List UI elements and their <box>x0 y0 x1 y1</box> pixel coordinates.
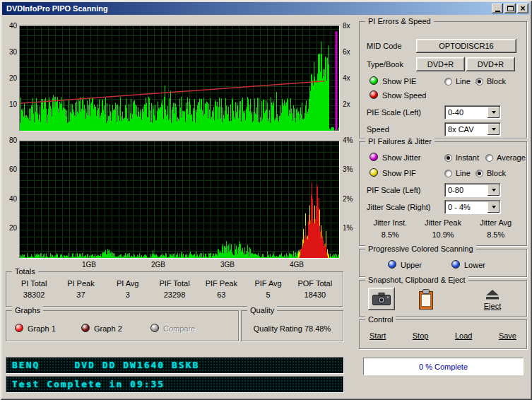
pie-line-radio[interactable] <box>444 78 452 86</box>
disc-type-button[interactable]: DVD+R <box>416 57 465 71</box>
pi-failures-jitter-title: PI Failures & Jitter <box>365 137 435 146</box>
save-button[interactable]: Save <box>499 331 516 340</box>
pie-scale-dropdown[interactable]: 0-40 <box>444 105 501 119</box>
totals-value: 18430 <box>292 290 338 299</box>
jitter-stat: Jitter Avg8.5% <box>469 218 522 239</box>
lower-led[interactable] <box>451 260 460 269</box>
jitter-average-label[interactable]: Average <box>497 153 526 163</box>
pif-line-radio[interactable] <box>444 170 452 177</box>
upper-label[interactable]: Upper <box>401 261 422 270</box>
totals-column-header: POF Total <box>292 279 338 288</box>
axis-tick: 4GB <box>283 261 311 269</box>
compare-label: Compare <box>163 324 195 334</box>
show-pie-led[interactable] <box>370 76 378 85</box>
minimize-button[interactable] <box>492 4 503 13</box>
totals-column: POF Total18430 <box>292 279 338 303</box>
type-book-label: Type/Book <box>367 60 403 69</box>
totals-group: Totals PI Total38302PI Peak37PI Avg3PIF … <box>6 271 343 307</box>
jitter-instant-radio[interactable] <box>444 154 452 162</box>
stop-button[interactable]: Stop <box>413 331 429 340</box>
graphs-group-title: Graphs <box>12 306 43 314</box>
control-group-title: Control <box>365 315 396 324</box>
pif-graph <box>20 141 339 258</box>
pif-line-label[interactable]: Line <box>456 169 471 178</box>
axis-tick: 20 <box>3 74 17 83</box>
eject-button[interactable]: Eject <box>474 285 511 314</box>
progressive-scanning-title: Progressive Colored Scanning <box>365 245 476 253</box>
start-button[interactable]: Start <box>370 331 386 340</box>
jitter-scale-chevron-button[interactable] <box>487 201 500 213</box>
totals-group-title: Totals <box>12 267 38 276</box>
jitter-average-radio[interactable] <box>485 154 493 162</box>
totals-value: 63 <box>198 290 244 299</box>
minimize-icon <box>495 11 500 12</box>
graph1-label[interactable]: Graph 1 <box>28 324 56 334</box>
show-speed-label[interactable]: Show Speed <box>382 91 426 100</box>
lower-label[interactable]: Lower <box>464 261 485 270</box>
jitter-instant-label[interactable]: Instant <box>456 153 479 163</box>
mid-code-button[interactable]: OPTODISCR16 <box>416 39 516 53</box>
chevron-down-icon <box>492 189 496 192</box>
speed-dropdown[interactable]: 8x CAV <box>444 122 501 136</box>
title-bar[interactable]: DVDInfoPro PIPO Scanning × <box>2 2 530 15</box>
show-jitter-led[interactable] <box>370 153 378 161</box>
close-icon: × <box>520 5 525 12</box>
pif-scale-label: PIF Scale (Left) <box>367 186 420 195</box>
pie-scale-label: PIE Scale (Left) <box>367 108 421 117</box>
eject-label[interactable]: Eject <box>484 302 501 310</box>
pif-scale-chevron-button[interactable] <box>487 184 500 196</box>
progress-text: 0 % Complete <box>419 363 468 371</box>
axis-tick: 30 <box>3 48 17 57</box>
axis-tick: 2GB <box>144 261 172 269</box>
clipboard-button[interactable] <box>412 286 440 313</box>
status-display: Test Complete in 09:35 <box>6 376 344 393</box>
progress-bar: 0 % Complete <box>363 358 524 375</box>
book-type-button[interactable]: DVD+R <box>466 57 515 71</box>
chevron-down-icon <box>492 128 496 131</box>
show-pie-label[interactable]: Show PIE <box>382 77 416 86</box>
graph2-label[interactable]: Graph 2 <box>94 324 122 334</box>
pie-block-radio[interactable] <box>475 78 483 86</box>
pie-block-label[interactable]: Block <box>487 77 506 86</box>
pi-errors-speed-title: PI Errors & Speed <box>365 17 434 25</box>
graph2-led[interactable] <box>81 324 90 332</box>
jitter-stat-value: 10.9% <box>417 230 470 239</box>
maximize-icon <box>507 6 514 11</box>
camera-icon <box>372 293 391 305</box>
pi-errors-speed-group: PI Errors & Speed MID Code OPTODISCR16 T… <box>359 21 527 139</box>
axis-tick: 4x <box>343 74 358 83</box>
maximize-button[interactable] <box>504 4 516 13</box>
jitter-stat-label: Jitter Peak <box>417 218 470 227</box>
axis-tick: 2x <box>343 100 358 109</box>
axis-tick: 1% <box>343 224 358 233</box>
show-pif-led[interactable] <box>370 168 378 177</box>
quality-rating: Quality Rating 78.48% <box>242 324 343 334</box>
jitter-stat: Jitter Inst.8.5% <box>364 218 417 239</box>
jitter-stat-value: 8.5% <box>364 230 417 239</box>
show-jitter-label[interactable]: Show Jitter <box>382 153 420 163</box>
pif-scale-dropdown[interactable]: 0-80 <box>444 183 501 197</box>
load-button[interactable]: Load <box>455 331 472 340</box>
snapshot-button[interactable] <box>368 288 395 310</box>
totals-value: 23298 <box>151 290 198 299</box>
pif-block-radio[interactable] <box>475 170 483 177</box>
chevron-down-icon <box>492 111 496 114</box>
axis-tick: 3% <box>343 165 358 174</box>
graph1-led[interactable] <box>15 324 23 332</box>
close-button[interactable]: × <box>517 4 528 13</box>
pie-line-label[interactable]: Line <box>456 77 471 86</box>
jitter-stats: Jitter Inst.8.5%Jitter Peak10.9%Jitter A… <box>364 218 522 239</box>
graphs-group: Graphs Graph 1 Graph 2 Compare <box>6 310 239 341</box>
totals-value: 5 <box>244 290 291 299</box>
upper-led[interactable] <box>388 260 396 269</box>
jitter-scale-dropdown[interactable]: 0 - 4% <box>444 200 501 214</box>
pie-scale-chevron-button[interactable] <box>487 107 500 118</box>
show-speed-led[interactable] <box>370 90 378 99</box>
pif-block-label[interactable]: Block <box>487 169 506 178</box>
control-group: Control StartStopLoadSave <box>359 319 527 349</box>
totals-column: PIF Total23298 <box>151 279 198 303</box>
speed-chevron-button[interactable] <box>487 124 500 135</box>
totals-column-header: PI Total <box>11 279 57 288</box>
show-pif-label[interactable]: Show PIF <box>382 169 416 178</box>
pif-graph-frame <box>19 141 340 259</box>
